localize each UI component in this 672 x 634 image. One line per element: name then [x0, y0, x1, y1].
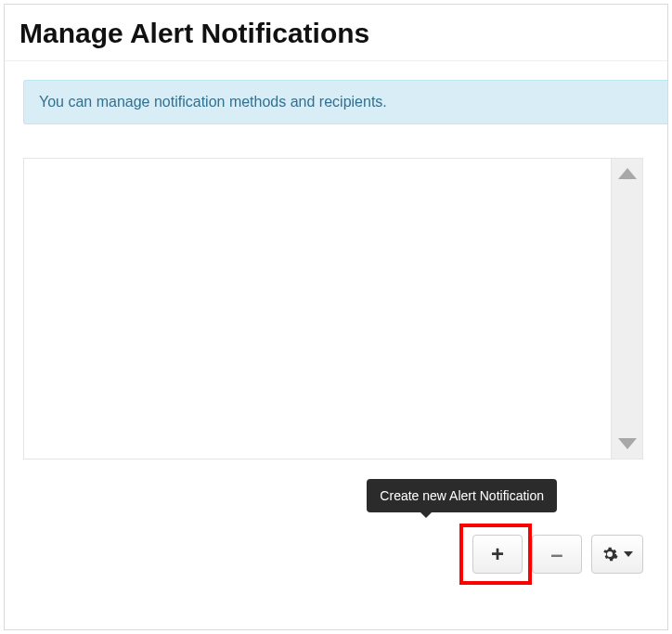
- minus-icon: –: [550, 541, 562, 567]
- notification-list-body[interactable]: [24, 159, 611, 459]
- notification-list: [23, 158, 643, 459]
- page-title: Manage Alert Notifications: [5, 5, 667, 61]
- add-button-tooltip: Create new Alert Notification: [367, 479, 557, 512]
- caret-down-icon: [624, 551, 633, 557]
- scroll-up-icon[interactable]: [618, 168, 637, 179]
- toolbar: + –: [472, 535, 643, 574]
- plus-icon: +: [491, 541, 504, 567]
- info-banner: You can manage notification methods and …: [23, 80, 667, 124]
- scroll-down-icon[interactable]: [618, 438, 637, 449]
- scrollbar[interactable]: [611, 159, 642, 459]
- panel: Manage Alert Notifications You can manag…: [4, 4, 668, 630]
- settings-button[interactable]: [591, 535, 643, 574]
- content-area: You can manage notification methods and …: [5, 61, 667, 459]
- remove-button[interactable]: –: [532, 535, 582, 574]
- gear-icon: [601, 546, 618, 563]
- add-button[interactable]: +: [472, 535, 523, 574]
